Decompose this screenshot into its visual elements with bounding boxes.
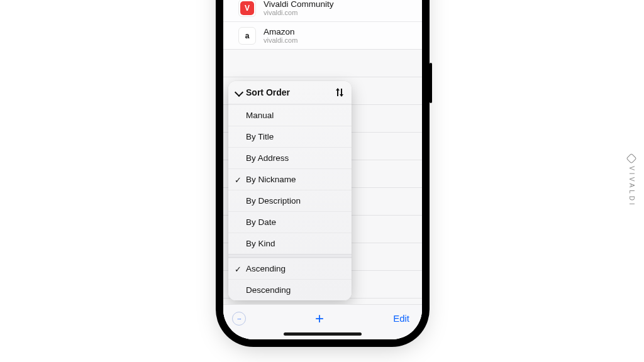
list-item[interactable] bbox=[223, 49, 422, 77]
bookmark-subtitle: vivaldi.com bbox=[264, 36, 297, 44]
option-label: By Date bbox=[246, 217, 276, 227]
option-label: By Title bbox=[246, 132, 274, 141]
plus-icon: + bbox=[315, 310, 324, 327]
check-icon: ✓ bbox=[235, 264, 242, 273]
option-label: By Kind bbox=[246, 239, 275, 248]
home-indicator[interactable] bbox=[284, 332, 362, 336]
popup-title: Sort Order bbox=[246, 87, 331, 97]
watermark-text: VIVALDI bbox=[628, 166, 635, 207]
more-icon: ··· bbox=[237, 315, 241, 322]
sort-option-manual[interactable]: Manual bbox=[228, 104, 352, 126]
option-label: By Nickname bbox=[246, 175, 296, 184]
bookmark-title: Vivaldi Community bbox=[264, 0, 334, 9]
sort-direction-ascending[interactable]: ✓Ascending bbox=[228, 258, 352, 279]
option-label: Ascending bbox=[246, 264, 286, 273]
phone-frame: V Vivaldi Community vivaldi.com a Amazon… bbox=[223, 0, 422, 339]
sort-option-address[interactable]: By Address bbox=[228, 147, 352, 168]
bookmark-text: Vivaldi Community vivaldi.com bbox=[264, 0, 334, 16]
sort-order-popup: Sort Order Manual By Title By Address ✓B… bbox=[228, 81, 352, 300]
bookmark-title: Amazon bbox=[264, 27, 297, 37]
vivaldi-watermark: VIVALDI bbox=[628, 155, 635, 207]
sort-arrows-icon bbox=[335, 88, 344, 97]
bookmark-text: Amazon vivaldi.com bbox=[264, 27, 297, 45]
option-label: By Address bbox=[246, 153, 289, 163]
bookmark-subtitle: vivaldi.com bbox=[264, 9, 334, 16]
edit-button[interactable]: Edit bbox=[393, 313, 409, 324]
option-label: By Description bbox=[246, 196, 301, 206]
vivaldi-logo-icon bbox=[626, 153, 637, 164]
bookmark-row[interactable]: a Amazon vivaldi.com bbox=[223, 21, 422, 49]
vivaldi-icon: V bbox=[238, 0, 256, 17]
check-icon: ✓ bbox=[235, 175, 242, 184]
bookmark-row[interactable]: V Vivaldi Community vivaldi.com bbox=[223, 0, 422, 21]
option-label: Descending bbox=[246, 285, 291, 295]
sort-direction-descending[interactable]: Descending bbox=[228, 279, 352, 300]
chevron-down-icon bbox=[236, 87, 242, 97]
phone-side-button bbox=[430, 63, 432, 103]
option-label: Manual bbox=[246, 111, 274, 120]
amazon-icon: a bbox=[238, 27, 256, 45]
more-actions-button[interactable]: ··· bbox=[232, 312, 246, 326]
sort-option-description[interactable]: By Description bbox=[228, 190, 352, 211]
sort-option-nickname[interactable]: ✓By Nickname bbox=[228, 168, 352, 190]
sort-option-date[interactable]: By Date bbox=[228, 211, 352, 233]
canvas: V Vivaldi Community vivaldi.com a Amazon… bbox=[0, 0, 644, 362]
sort-option-title[interactable]: By Title bbox=[228, 126, 352, 147]
sort-option-kind[interactable]: By Kind bbox=[228, 233, 352, 254]
add-bookmark-button[interactable]: + bbox=[315, 311, 324, 326]
screen: V Vivaldi Community vivaldi.com a Amazon… bbox=[223, 0, 422, 339]
popup-header[interactable]: Sort Order bbox=[228, 81, 352, 104]
